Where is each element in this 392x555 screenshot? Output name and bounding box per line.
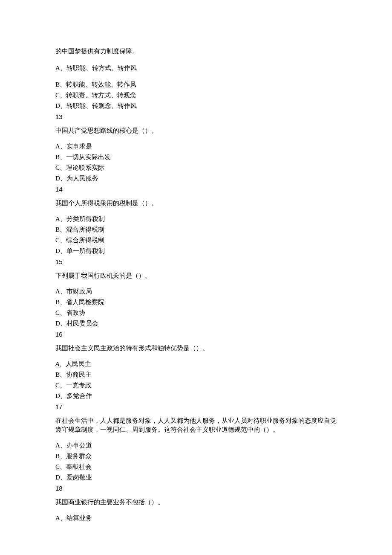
option-a: A、分类所得税制 bbox=[55, 215, 337, 224]
option-b: B、一切从实际出发 bbox=[55, 153, 337, 162]
option-a: A、办事公道 bbox=[55, 441, 337, 450]
question-stem: 我国个人所得税采用的税制是（）。 bbox=[55, 199, 337, 208]
option-d: D、村民委员会 bbox=[55, 319, 337, 328]
option-c: C、一党专政 bbox=[55, 381, 337, 390]
option-d: D、转职能、转观念、转作风 bbox=[55, 102, 337, 110]
option-a-label: A bbox=[55, 360, 59, 367]
option-c: C、理论联系实际 bbox=[55, 163, 337, 172]
option-a: A、结算业务 bbox=[55, 514, 337, 523]
question-number: 18 bbox=[55, 484, 337, 493]
question-number: 17 bbox=[55, 402, 337, 411]
option-b: B、转职能、转效能、转作风 bbox=[55, 80, 337, 89]
question-continuation: 的中国梦提供有力制度保障。 bbox=[55, 47, 337, 56]
option-a: A、转职能、转方式、转作风 bbox=[55, 64, 337, 73]
option-b: B、协商民主 bbox=[55, 370, 337, 379]
option-c: C、转职责、转方式、转观念 bbox=[55, 91, 337, 100]
option-a: A、实事求是 bbox=[55, 142, 337, 151]
question-number: 14 bbox=[55, 185, 337, 194]
question-16: 16 我国社会主义民主政治的特有形式和独特优势是（）。 A、人民民主 B、协商民… bbox=[55, 330, 337, 401]
option-b: B、服务群众 bbox=[55, 452, 337, 461]
option-c: C、综合所得税制 bbox=[55, 236, 337, 245]
question-12-options: A、转职能、转方式、转作风 B、转职能、转效能、转作风 C、转职责、转方式、转观… bbox=[55, 64, 337, 110]
question-stem: 我国社会主义民主政治的特有形式和独特优势是（）。 bbox=[55, 344, 337, 353]
question-13: 13 中国共产党思想路线的核心是（）。 A、实事求是 B、一切从实际出发 C、理… bbox=[55, 112, 337, 183]
option-d: D、多党合作 bbox=[55, 392, 337, 401]
option-c: C、省政协 bbox=[55, 308, 337, 317]
question-18: 18 我国商业银行的主要业务不包括（）。 A、结算业务 bbox=[55, 484, 337, 523]
option-d: D、爱岗敬业 bbox=[55, 473, 337, 482]
option-a: A、人民民主 bbox=[55, 360, 337, 369]
question-17: 17 在社会生活中，人人都是服务对象，人人又都为他人服务，从业人员对待职业服务对… bbox=[55, 402, 337, 482]
option-b: B、混合所得税制 bbox=[55, 225, 337, 234]
question-number: 13 bbox=[55, 112, 337, 121]
option-d: D、单一所得税制 bbox=[55, 247, 337, 256]
question-number: 16 bbox=[55, 330, 337, 339]
option-b: B、省人民检察院 bbox=[55, 298, 337, 307]
question-stem: 我国商业银行的主要业务不包括（）。 bbox=[55, 498, 337, 507]
option-a: A、市财政局 bbox=[55, 287, 337, 296]
option-c: C、奉献社会 bbox=[55, 462, 337, 471]
question-15: 15 下列属于我国行政机关的是（）。 A、市财政局 B、省人民检察院 C、省政协… bbox=[55, 257, 337, 328]
question-14: 14 我国个人所得税采用的税制是（）。 A、分类所得税制 B、混合所得税制 C、… bbox=[55, 185, 337, 256]
question-stem: 下列属于我国行政机关的是（）。 bbox=[55, 271, 337, 280]
question-number: 15 bbox=[55, 257, 337, 266]
option-d: D、为人民服务 bbox=[55, 174, 337, 183]
question-stem: 在社会生活中，人人都是服务对象，人人又都为他人服务，从业人员对待职业服务对象的态… bbox=[55, 416, 337, 434]
option-a-text: 、人民民主 bbox=[59, 360, 91, 367]
question-stem: 中国共产党思想路线的核心是（）。 bbox=[55, 126, 337, 135]
